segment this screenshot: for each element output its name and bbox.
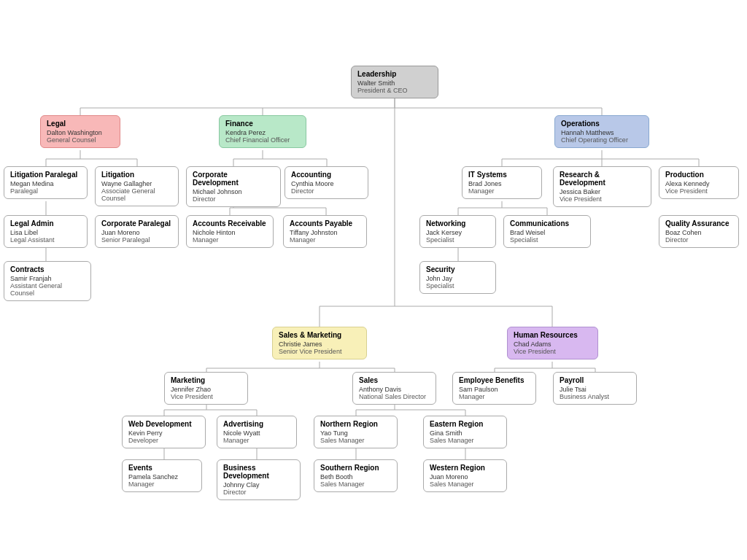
node-role: Manager [128,481,196,488]
node-events: Events Pamela Sanchez Manager [122,459,202,492]
node-title: Litigation [101,171,172,179]
node-title: Events [128,464,196,472]
node-role: Vice President [171,393,241,400]
org-chart: { "nodes": { "leadership": {"title": "Le… [0,0,747,560]
node-security: Security John Jay Specialist [419,261,496,294]
node-role: Senior Vice President [279,348,360,355]
node-role: Vice President [665,187,732,195]
node-role: Assistant General Counsel [10,282,85,297]
node-southern-region: Southern Region Beth Booth Sales Manager [314,459,398,492]
node-person-name: Juan Moreno [101,229,172,236]
node-title: Legal [47,120,114,128]
node-accts-payable: Accounts Payable Tiffany Johnston Manage… [283,215,367,248]
node-role: Associate General Counsel [101,187,172,202]
node-it-systems: IT Systems Brad Jones Manager [462,166,542,199]
node-role: Sales Manager [320,437,391,444]
node-title: Leadership [357,70,432,78]
node-title: Corporate Development [193,171,274,187]
node-operations: Operations Hannah Matthews Chief Operati… [554,115,649,148]
node-role: National Sales Director [359,393,430,400]
node-role: Director [665,236,732,244]
node-communications: Communications Brad Weisel Specialist [503,215,591,248]
node-role: Senior Paralegal [101,236,172,244]
node-northern-region: Northern Region Yao Tung Sales Manager [314,416,398,448]
node-title: IT Systems [468,171,535,179]
node-contracts: Contracts Samir Franjah Assistant Genera… [4,261,91,301]
node-person-name: Brad Jones [468,180,535,187]
node-litigation-paralegal: Litigation Paralegal Megan Medina Parale… [4,166,88,199]
node-title: Litigation Paralegal [10,171,81,179]
node-person-name: Yao Tung [320,429,391,437]
node-person-name: John Jay [426,275,489,282]
node-role: Specialist [510,236,584,244]
node-person-name: Anthony Davis [359,386,430,393]
node-person-name: Wayne Gallagher [101,180,172,187]
node-finance: Finance Kendra Perez Chief Financial Off… [219,115,306,148]
node-accts-receivable: Accounts Receivable Nichole Hinton Manag… [186,215,274,248]
node-person-name: Juan Moreno [430,473,500,481]
node-person-name: Kendra Perez [225,129,300,136]
node-title: Contracts [10,265,85,273]
node-person-name: Dalton Washington [47,129,114,136]
node-hr: Human Resources Chad Adams Vice Presiden… [507,327,598,359]
node-payroll: Payroll Julie Tsai Business Analyst [553,372,637,405]
node-title: Web Development [128,420,199,428]
node-biz-dev: Business Development Johnny Clay Directo… [217,459,301,500]
node-person-name: Boaz Cohen [665,229,732,236]
node-role: President & CEO [357,87,432,94]
node-role: Specialist [426,282,489,289]
node-legal: Legal Dalton Washington General Counsel [40,115,120,148]
node-role: Director [193,195,274,203]
node-role: Manager [290,236,360,244]
node-title: Northern Region [320,420,391,428]
node-person-name: Alexa Kennedy [665,180,732,187]
node-title: Finance [225,120,300,128]
node-person-name: Michael Johnson [193,188,274,195]
node-person-name: Tiffany Johnston [290,229,360,236]
node-person-name: Cynthia Moore [291,180,362,187]
node-title: Corporate Paralegal [101,219,172,228]
node-corp-dev: Corporate Development Michael Johnson Di… [186,166,281,207]
node-title: Accounting [291,171,362,179]
node-person-name: Julie Tsai [560,386,630,393]
node-title: Security [426,265,489,273]
node-person-name: Nicole Wyatt [223,429,290,437]
node-title: Accounts Receivable [193,219,267,228]
node-title: Sales & Marketing [279,331,360,339]
node-person-name: Jennifer Zhao [171,386,241,393]
node-role: Developer [128,437,199,444]
node-rnd: Research & Development Jessica Baker Vic… [553,166,651,207]
node-advertising: Advertising Nicole Wyatt Manager [217,416,297,448]
node-person-name: Jessica Baker [560,188,645,195]
node-title: Southern Region [320,464,391,472]
node-person-name: Chad Adams [514,341,592,348]
node-person-name: Lisa Libel [10,229,81,236]
node-role: Sales Manager [430,481,500,488]
node-litigation: Litigation Wayne Gallagher Associate Gen… [95,166,179,206]
node-role: Sales Manager [430,437,500,444]
node-role: Chief Operating Officer [561,136,643,144]
node-marketing: Marketing Jennifer Zhao Vice President [164,372,248,405]
node-person-name: Hannah Matthews [561,129,643,136]
node-person-name: Megan Medina [10,180,81,187]
node-person-name: Jack Kersey [426,229,489,236]
node-sales: Sales Anthony Davis National Sales Direc… [352,372,436,405]
node-title: Legal Admin [10,219,81,228]
node-web-dev: Web Development Kevin Perry Developer [122,416,206,448]
node-title: Production [665,171,732,179]
node-person-name: Johnny Clay [223,481,294,489]
node-production: Production Alexa Kennedy Vice President [659,166,739,199]
node-person-name: Beth Booth [320,473,391,481]
node-person-name: Sam Paulson [459,386,530,393]
node-leadership: Leadership Walter Smith President & CEO [351,66,438,98]
node-networking: Networking Jack Kersey Specialist [419,215,496,248]
node-title: Accounts Payable [290,219,360,228]
node-person-name: Pamela Sanchez [128,473,196,481]
node-title: Eastern Region [430,420,500,428]
node-title: Sales [359,376,430,384]
node-eastern-region: Eastern Region Gina Smith Sales Manager [423,416,507,448]
node-role: General Counsel [47,136,114,144]
node-role: Sales Manager [320,481,391,488]
node-title: Quality Assurance [665,219,732,228]
node-sales-marketing: Sales & Marketing Christie James Senior … [272,327,367,359]
